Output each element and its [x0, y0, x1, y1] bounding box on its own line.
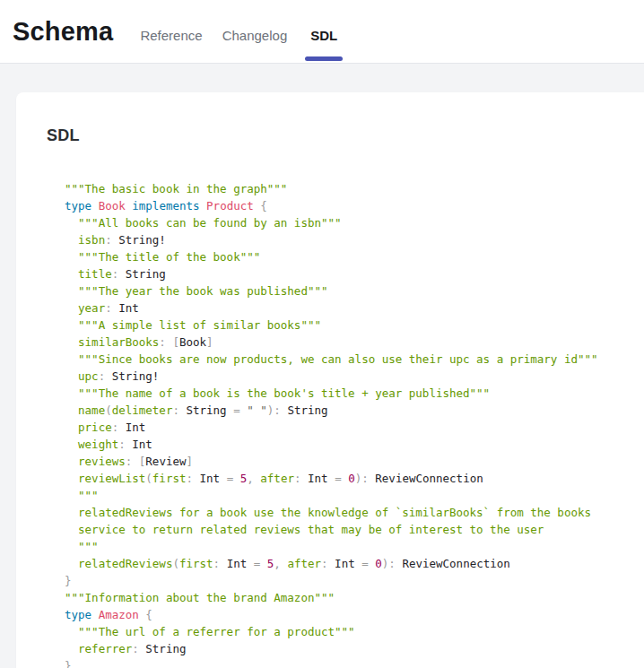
- code-token-punc: ]: [206, 335, 213, 349]
- code-line: relatedReviews(first: Int = 5, after: In…: [65, 555, 626, 572]
- code-token-punc: ,: [247, 472, 254, 485]
- code-token-attr: first: [152, 472, 187, 485]
- code-token-plain: String: [179, 403, 233, 417]
- code-token-punc: ,: [274, 557, 281, 570]
- code-token-punc: =: [361, 557, 369, 570]
- code-token-attr: after: [260, 472, 294, 485]
- code-line: """: [65, 487, 626, 504]
- tab-changelog[interactable]: Changelog: [222, 28, 288, 43]
- code-token-punc: ):: [382, 557, 396, 570]
- sdl-code: """The basic book in the graph"""type Bo…: [65, 180, 626, 668]
- code-token-attr: reviews: [65, 455, 126, 468]
- code-token-str: """Since books are now products, we can …: [65, 352, 598, 366]
- code-token-punc: }: [65, 659, 72, 668]
- code-token-cls: Amazon: [99, 608, 139, 621]
- code-token-str: """The title of the book""": [65, 250, 260, 264]
- tab-sdl-label: SDL: [310, 28, 337, 43]
- code-line: """The name of a book is the book's titl…: [65, 385, 626, 402]
- code-token-kw: implements: [132, 199, 199, 213]
- code-token-punc: :: [118, 438, 126, 451]
- tab-bar: Reference Changelog SDL: [140, 28, 341, 43]
- code-token-attr: relatedReviews: [65, 557, 172, 570]
- code-token-punc: ):: [355, 472, 369, 485]
- code-token-num: 0: [375, 557, 382, 570]
- tab-underline: [305, 56, 343, 61]
- code-token-plain: ReviewConnection: [369, 472, 483, 485]
- code-token-punc: (: [105, 403, 112, 417]
- code-token-punc: :: [172, 403, 179, 417]
- code-token-attr: delimeter: [112, 403, 173, 417]
- code-token-attr: first: [179, 557, 213, 570]
- code-token-plain: Int: [118, 421, 145, 434]
- code-token-punc: {: [145, 608, 152, 621]
- code-token-plain: String: [118, 267, 166, 281]
- code-token-str: """A simple list of similar books""": [65, 318, 321, 332]
- code-line: weight: Int: [65, 436, 626, 453]
- code-token-attr: weight: [65, 438, 118, 451]
- code-token-kw: type: [65, 608, 91, 621]
- code-token-punc: ]: [186, 455, 193, 468]
- code-line: type Book implements Product {: [65, 197, 626, 214]
- code-token-attr: isbn: [65, 233, 105, 247]
- code-line: """The basic book in the graph""": [65, 180, 626, 197]
- code-line: isbn: String!: [65, 231, 626, 248]
- code-token-plain: Book: [179, 335, 206, 349]
- code-token-punc: ):: [267, 403, 281, 417]
- code-line: relatedReviews for a book use the knowle…: [65, 504, 626, 521]
- code-token-attr: similarBooks: [65, 335, 159, 349]
- code-token-punc: [: [172, 335, 179, 349]
- code-token-attr: year: [65, 301, 105, 315]
- code-token-attr: price: [65, 421, 112, 434]
- code-line: upc: String!: [65, 368, 626, 385]
- header: Schema Reference Changelog SDL: [0, 0, 644, 64]
- code-token-str: service to return related reviews that m…: [65, 523, 544, 536]
- code-line: reviewList(first: Int = 5, after: Int = …: [65, 470, 626, 487]
- code-line: similarBooks: [Book]: [65, 334, 626, 351]
- code-token-str: """: [65, 489, 99, 502]
- code-token-plain: [132, 455, 139, 468]
- code-token-punc: :: [186, 472, 193, 485]
- code-line: name(delimeter: String = " "): String: [65, 402, 626, 419]
- code-token-attr: upc: [65, 369, 99, 383]
- code-token-attr: title: [65, 267, 112, 281]
- tab-sdl[interactable]: SDL: [307, 28, 341, 43]
- code-token-plain: Int: [112, 301, 139, 315]
- code-token-plain: [260, 557, 267, 570]
- code-line: year: Int: [65, 299, 626, 317]
- code-token-str: """: [65, 540, 99, 553]
- code-token-plain: Int: [220, 557, 254, 570]
- code-line: }: [65, 572, 626, 589]
- code-token-str: """The url of a referrer for a product""…: [65, 625, 355, 638]
- page-title: Schema: [13, 0, 113, 63]
- code-token-punc: (: [172, 557, 179, 570]
- code-token-plain: String!: [112, 233, 166, 247]
- code-line: """All books can be found by an isbn""": [65, 214, 626, 231]
- code-token-punc: =: [233, 403, 240, 417]
- code-token-str: """The name of a book is the book's titl…: [65, 386, 490, 400]
- code-token-plain: Int: [300, 472, 335, 485]
- code-token-plain: Int: [193, 472, 227, 485]
- code-token-plain: [200, 199, 207, 213]
- code-token-attr: reviewList: [65, 472, 145, 485]
- code-token-plain: Int: [328, 557, 362, 570]
- code-token-cls: Product: [206, 199, 254, 213]
- sdl-card: SDL """The basic book in the graph"""typ…: [16, 92, 644, 668]
- code-token-plain: Int: [126, 438, 152, 451]
- tab-reference[interactable]: Reference: [140, 28, 202, 43]
- code-token-punc: :: [213, 557, 221, 570]
- code-token-punc: {: [260, 199, 267, 213]
- code-line: """Since books are now products, we can …: [65, 351, 626, 368]
- code-token-punc: }: [65, 574, 72, 587]
- code-token-plain: Review: [145, 455, 186, 468]
- code-token-str: relatedReviews for a book use the knowle…: [65, 506, 591, 519]
- code-token-cls: Book: [99, 199, 126, 213]
- code-line: """The url of a referrer for a product""…: [65, 623, 626, 640]
- code-token-plain: ReviewConnection: [396, 557, 510, 570]
- code-token-punc: :: [132, 642, 139, 655]
- code-token-attr: after: [287, 557, 321, 570]
- code-token-plain: String!: [105, 369, 159, 383]
- code-line: """Information about the brand Amazon""": [65, 589, 626, 606]
- page-body: SDL """The basic book in the graph"""typ…: [0, 92, 644, 668]
- code-token-str: """The basic book in the graph""": [65, 182, 287, 195]
- code-token-str: """Information about the brand Amazon""": [65, 591, 335, 604]
